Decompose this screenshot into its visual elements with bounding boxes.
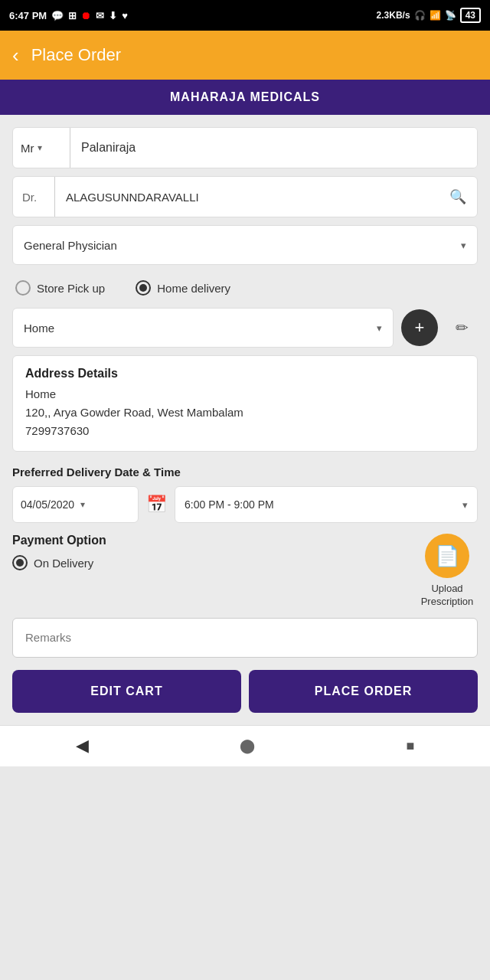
edit-cart-button[interactable]: EDIT CART	[12, 670, 241, 713]
selected-time-slot: 6:00 PM - 9:00 PM	[185, 498, 274, 511]
payment-left: Payment Option On Delivery	[12, 534, 106, 570]
battery-icon: 43	[460, 8, 481, 23]
edit-address-button[interactable]: ✏	[446, 312, 478, 344]
salutation-value: Mr	[21, 142, 34, 155]
selected-date: 04/05/2020	[21, 498, 74, 511]
doctor-name-input[interactable]	[55, 177, 439, 217]
doctor-name-row: Dr. 🔍	[12, 176, 478, 217]
upload-prescription-icon-container: 📄	[425, 534, 469, 578]
back-nav-button[interactable]: ◀	[76, 736, 89, 756]
delivery-date-row: 04/05/2020 ▾ 📅 6:00 PM - 9:00 PM ▾	[12, 486, 478, 523]
app-bar: ‹ Place Order	[0, 31, 490, 80]
payment-option-row: Payment Option On Delivery 📄 Upload Pres…	[12, 534, 478, 609]
download-icon: ⬇	[109, 10, 117, 21]
address-details-card: Address Details Home 120,, Arya Gowder R…	[12, 355, 478, 452]
record-icon: ⏺	[81, 10, 91, 21]
calendar-icon: 📅	[146, 495, 167, 514]
heart-icon: ♥	[122, 10, 128, 21]
address-card-title: Address Details	[25, 367, 465, 381]
salutation-dropdown[interactable]: Mr ▾	[13, 128, 70, 168]
home-delivery-option[interactable]: Home delivery	[136, 280, 230, 296]
status-bar: 6:47 PM 💬 ⊞ ⏺ ✉ ⬇ ♥ 2.3KB/s 🎧 📶 📡 43	[0, 0, 490, 31]
address-chevron-icon: ▾	[377, 322, 382, 334]
date-dropdown[interactable]: 04/05/2020 ▾	[12, 486, 139, 523]
network-speed: 2.3KB/s	[377, 10, 410, 21]
on-delivery-radio[interactable]	[12, 555, 28, 570]
mail-icon: ✉	[96, 10, 104, 21]
dr-label: Dr.	[13, 177, 55, 217]
wifi-icon: 📡	[445, 10, 456, 21]
remarks-input[interactable]	[12, 618, 478, 658]
specialty-dropdown[interactable]: General Physician ▾	[12, 225, 478, 265]
specialty-chevron-icon: ▾	[461, 240, 466, 251]
recents-nav-button[interactable]: ■	[406, 738, 414, 754]
time-dropdown[interactable]: 6:00 PM - 9:00 PM ▾	[175, 486, 478, 523]
delivery-date-section-label: Preferred Delivery Date & Time	[12, 466, 478, 479]
status-time: 6:47 PM	[9, 10, 47, 21]
address-phone: 7299737630	[25, 422, 465, 440]
address-selected-value: Home	[24, 322, 54, 335]
upload-prescription-button[interactable]: 📄 Upload Prescription	[416, 534, 478, 609]
salutation-chevron-icon: ▾	[38, 142, 42, 153]
specialty-value: General Physician	[24, 239, 117, 252]
main-content: Mr ▾ Dr. 🔍 General Physician ▾ Store Pic…	[0, 115, 490, 725]
payment-title: Payment Option	[12, 534, 106, 547]
date-chevron-icon: ▾	[80, 499, 85, 510]
grid-icon: ⊞	[68, 10, 77, 21]
page-title: Place Order	[31, 45, 121, 65]
add-address-button[interactable]: +	[401, 309, 438, 346]
place-order-button[interactable]: PLACE ORDER	[249, 670, 478, 713]
back-button[interactable]: ‹	[12, 45, 19, 65]
store-pickup-option[interactable]: Store Pick up	[15, 280, 105, 296]
store-pickup-radio[interactable]	[15, 280, 31, 296]
patient-name-row: Mr ▾	[12, 127, 478, 168]
whatsapp-icon: 💬	[51, 10, 64, 21]
bottom-buttons: EDIT CART PLACE ORDER	[12, 670, 478, 725]
time-chevron-icon: ▾	[462, 499, 468, 511]
home-delivery-label: Home delivery	[157, 282, 230, 295]
address-street: 120,, Arya Gowder Road, West Mambalam	[25, 403, 465, 422]
home-nav-button[interactable]: ⬤	[240, 737, 255, 754]
headphone-icon: 🎧	[414, 10, 426, 21]
delivery-options-row: Store Pick up Home delivery	[12, 273, 478, 303]
pencil-icon: ✏	[456, 318, 469, 337]
calendar-button[interactable]: 📅	[145, 495, 168, 514]
document-icon: 📄	[435, 544, 459, 568]
store-name: MAHARAJA MEDICALS	[170, 90, 320, 103]
home-delivery-radio[interactable]	[136, 280, 151, 296]
upload-prescription-label: Upload Prescription	[416, 583, 478, 609]
doctor-search-button[interactable]: 🔍	[439, 177, 477, 217]
address-dropdown[interactable]: Home ▾	[12, 308, 394, 348]
store-pickup-label: Store Pick up	[37, 282, 105, 295]
bottom-nav-bar: ◀ ⬤ ■	[0, 725, 490, 766]
address-select-row: Home ▾ + ✏	[12, 308, 478, 348]
on-delivery-label: On Delivery	[34, 557, 93, 570]
plus-icon: +	[415, 318, 425, 338]
store-banner: MAHARAJA MEDICALS	[0, 80, 490, 115]
patient-name-input[interactable]	[70, 128, 477, 168]
on-delivery-option[interactable]: On Delivery	[12, 555, 106, 570]
address-type: Home	[25, 385, 465, 403]
signal-icon: 📶	[430, 10, 441, 21]
